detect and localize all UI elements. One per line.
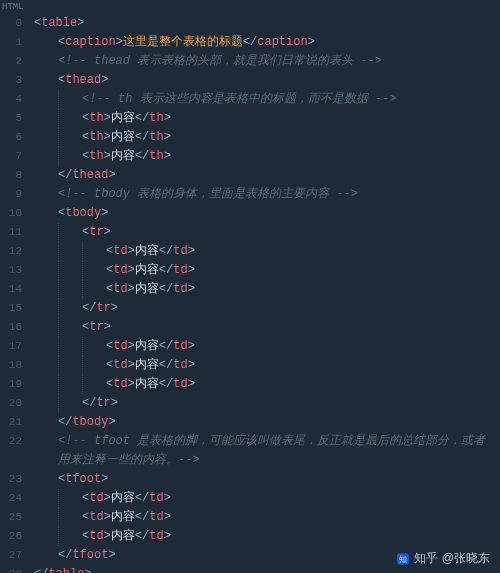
code-line: <thead> bbox=[34, 71, 500, 90]
code-line: <!-- th 表示这些内容是表格中的标题，而不是数据 --> bbox=[34, 90, 500, 109]
code-line: </tr> bbox=[34, 299, 500, 318]
code-line: <td>内容</td> bbox=[34, 261, 500, 280]
code-line: <th>内容</th> bbox=[34, 147, 500, 166]
line-number-gutter: 0123456789101112131415161718192021222324… bbox=[0, 0, 28, 573]
code-line: </tbody> bbox=[34, 413, 500, 432]
code-line: <!-- tbody 表格的身体，里面是表格的主要内容 --> bbox=[34, 185, 500, 204]
code-line: </tr> bbox=[34, 394, 500, 413]
line-number: 2 bbox=[0, 52, 28, 71]
line-number: 10 bbox=[0, 204, 28, 223]
code-line: <th>内容</th> bbox=[34, 128, 500, 147]
line-number: 25 bbox=[0, 508, 28, 527]
line-number: 11 bbox=[0, 223, 28, 242]
line-number: 19 bbox=[0, 375, 28, 394]
line-number: 6 bbox=[0, 128, 28, 147]
code-line: <td>内容</td> bbox=[34, 527, 500, 546]
line-number: 7 bbox=[0, 147, 28, 166]
line-number: 17 bbox=[0, 337, 28, 356]
code-line: <th>内容</th> bbox=[34, 109, 500, 128]
watermark-brand: 知乎 bbox=[414, 550, 438, 567]
line-number: 5 bbox=[0, 109, 28, 128]
code-line: <tfoot> bbox=[34, 470, 500, 489]
line-number: 28 bbox=[0, 565, 28, 573]
line-number: 16 bbox=[0, 318, 28, 337]
svg-text:知: 知 bbox=[399, 554, 407, 563]
code-line: <table> bbox=[34, 14, 500, 33]
line-number: 21 bbox=[0, 413, 28, 432]
code-line: </thead> bbox=[34, 166, 500, 185]
line-number: 23 bbox=[0, 470, 28, 489]
code-line: <td>内容</td> bbox=[34, 375, 500, 394]
code-line: <tr> bbox=[34, 318, 500, 337]
code-line: <caption>这里是整个表格的标题</caption> bbox=[34, 33, 500, 52]
line-number: 14 bbox=[0, 280, 28, 299]
line-number: 4 bbox=[0, 90, 28, 109]
code-area[interactable]: <table><caption>这里是整个表格的标题</caption><!--… bbox=[28, 0, 500, 573]
zhihu-icon: 知 bbox=[396, 552, 410, 566]
line-number: 26 bbox=[0, 527, 28, 546]
code-line: <td>内容</td> bbox=[34, 489, 500, 508]
code-editor: HTML 01234567891011121314151617181920212… bbox=[0, 0, 500, 573]
line-number: 3 bbox=[0, 71, 28, 90]
watermark-author: @张晓东 bbox=[442, 550, 490, 567]
line-number: 1 bbox=[0, 33, 28, 52]
watermark: 知 知乎 @张晓东 bbox=[396, 550, 490, 567]
code-line: <!-- thead 表示表格的头部，就是我们日常说的表头 --> bbox=[34, 52, 500, 71]
line-number: 9 bbox=[0, 185, 28, 204]
line-number: 15 bbox=[0, 299, 28, 318]
code-line: <td>内容</td> bbox=[34, 242, 500, 261]
code-line: <tr> bbox=[34, 223, 500, 242]
code-line: <tbody> bbox=[34, 204, 500, 223]
line-number: 12 bbox=[0, 242, 28, 261]
code-line: <td>内容</td> bbox=[34, 280, 500, 299]
line-number: 18 bbox=[0, 356, 28, 375]
line-number: 20 bbox=[0, 394, 28, 413]
language-label: HTML bbox=[2, 2, 24, 12]
line-number: 8 bbox=[0, 166, 28, 185]
line-number: 0 bbox=[0, 14, 28, 33]
line-number: 24 bbox=[0, 489, 28, 508]
code-line: <td>内容</td> bbox=[34, 337, 500, 356]
code-line: <!-- tfoot 是表格的脚，可能应该叫做表尾，反正就是最后的总结部分，或者… bbox=[34, 432, 500, 470]
line-number: 13 bbox=[0, 261, 28, 280]
line-number: 22 bbox=[0, 432, 28, 470]
code-line: <td>内容</td> bbox=[34, 356, 500, 375]
code-line: <td>内容</td> bbox=[34, 508, 500, 527]
line-number: 27 bbox=[0, 546, 28, 565]
